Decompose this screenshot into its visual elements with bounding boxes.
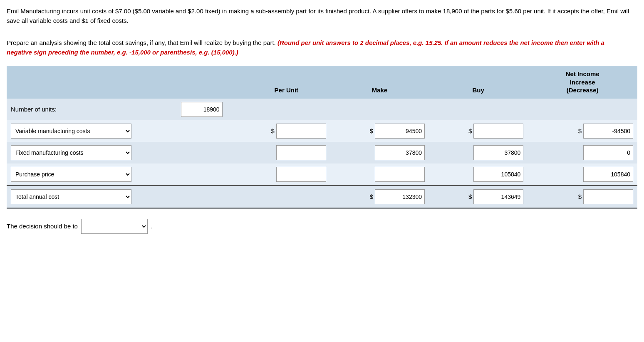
decision-area: The decision should be to make buy . xyxy=(7,219,637,234)
header-per-unit: Per Unit xyxy=(243,66,330,99)
variable-per-unit-cell[interactable]: $ xyxy=(243,120,330,142)
units-row: Number of units: xyxy=(7,99,637,120)
total-unit-blank xyxy=(177,186,243,208)
variable-buy-input[interactable] xyxy=(473,124,523,139)
analysis-table: Per Unit Make Buy Net Income Increase (D… xyxy=(7,66,637,209)
total-make-input[interactable] xyxy=(375,189,425,204)
purchase-row: Purchase price Variable manufacturing co… xyxy=(7,164,637,186)
purchase-make-cell[interactable] xyxy=(330,164,429,186)
units-buy-empty xyxy=(429,99,528,120)
purchase-label-select[interactable]: Purchase price Variable manufacturing co… xyxy=(11,167,131,182)
decision-label: The decision should be to xyxy=(7,223,78,230)
units-net-empty xyxy=(528,99,637,120)
total-per-unit-cell xyxy=(243,186,330,208)
variable-label-select[interactable]: Variable manufacturing costs Fixed manuf… xyxy=(11,124,131,139)
total-net-cell[interactable]: $ xyxy=(528,186,637,208)
fixed-row: Fixed manufacturing costs Variable manuf… xyxy=(7,142,637,164)
variable-net-input[interactable] xyxy=(583,124,633,139)
fixed-per-unit-input[interactable] xyxy=(276,145,326,160)
units-label-cell: Number of units: xyxy=(7,99,177,120)
decision-period: . xyxy=(151,223,153,230)
header-buy: Buy xyxy=(429,66,528,99)
variable-net-dollar: $ xyxy=(578,127,582,134)
header-net-income: Net Income Increase (Decrease) xyxy=(528,66,637,99)
header-make: Make xyxy=(330,66,429,99)
total-buy-dollar: $ xyxy=(468,193,472,200)
variable-label-cell[interactable]: Variable manufacturing costs Fixed manuf… xyxy=(7,120,177,142)
purchase-net-cell[interactable] xyxy=(528,164,637,186)
purchase-per-unit-cell[interactable] xyxy=(243,164,330,186)
variable-buy-dollar: $ xyxy=(468,127,472,134)
units-make-empty xyxy=(330,99,429,120)
fixed-make-cell[interactable] xyxy=(330,142,429,164)
total-make-dollar: $ xyxy=(370,193,373,200)
variable-make-input[interactable] xyxy=(375,124,425,139)
variable-net-cell[interactable]: $ xyxy=(528,120,637,142)
variable-make-dollar: $ xyxy=(370,127,373,134)
total-net-dollar: $ xyxy=(578,193,582,200)
variable-per-unit-dollar: $ xyxy=(271,127,274,134)
purchase-make-input[interactable] xyxy=(375,167,425,182)
fixed-buy-input[interactable] xyxy=(473,145,523,160)
instruction-prefix: Prepare an analysis showing the total co… xyxy=(7,39,277,46)
fixed-net-input[interactable] xyxy=(583,145,633,160)
total-net-input[interactable] xyxy=(583,189,633,204)
purchase-unit-blank xyxy=(177,164,243,186)
fixed-make-input[interactable] xyxy=(375,145,425,160)
purchase-buy-cell[interactable] xyxy=(429,164,528,186)
variable-unit-blank xyxy=(177,120,243,142)
variable-buy-cell[interactable]: $ xyxy=(429,120,528,142)
decision-select[interactable]: make buy xyxy=(81,219,148,234)
total-make-cell[interactable]: $ xyxy=(330,186,429,208)
header-unit-input xyxy=(177,66,243,99)
fixed-buy-cell[interactable] xyxy=(429,142,528,164)
total-row: Total annual cost Variable manufacturing… xyxy=(7,186,637,208)
fixed-label-select[interactable]: Fixed manufacturing costs Variable manuf… xyxy=(11,145,131,160)
units-input[interactable] xyxy=(181,102,223,117)
units-per-unit-empty xyxy=(243,99,330,120)
purchase-label-cell[interactable]: Purchase price Variable manufacturing co… xyxy=(7,164,177,186)
purchase-buy-input[interactable] xyxy=(473,167,523,182)
total-label-select[interactable]: Total annual cost Variable manufacturing… xyxy=(11,189,131,204)
total-buy-input[interactable] xyxy=(473,189,523,204)
header-label xyxy=(7,66,177,99)
variable-row: Variable manufacturing costs Fixed manuf… xyxy=(7,120,637,142)
total-label-cell[interactable]: Total annual cost Variable manufacturing… xyxy=(7,186,177,208)
fixed-unit-blank xyxy=(177,142,243,164)
units-input-cell[interactable] xyxy=(177,99,243,120)
fixed-label-cell[interactable]: Fixed manufacturing costs Variable manuf… xyxy=(7,142,177,164)
intro-paragraph1: Emil Manufacturing incurs unit costs of … xyxy=(7,7,631,25)
variable-make-cell[interactable]: $ xyxy=(330,120,429,142)
fixed-per-unit-cell[interactable] xyxy=(243,142,330,164)
purchase-net-input[interactable] xyxy=(583,167,633,182)
fixed-net-cell[interactable] xyxy=(528,142,637,164)
instruction-wrapper: Prepare an analysis showing the total co… xyxy=(7,38,631,57)
total-buy-cell[interactable]: $ xyxy=(429,186,528,208)
purchase-per-unit-input[interactable] xyxy=(276,167,326,182)
variable-per-unit-input[interactable] xyxy=(276,124,326,139)
